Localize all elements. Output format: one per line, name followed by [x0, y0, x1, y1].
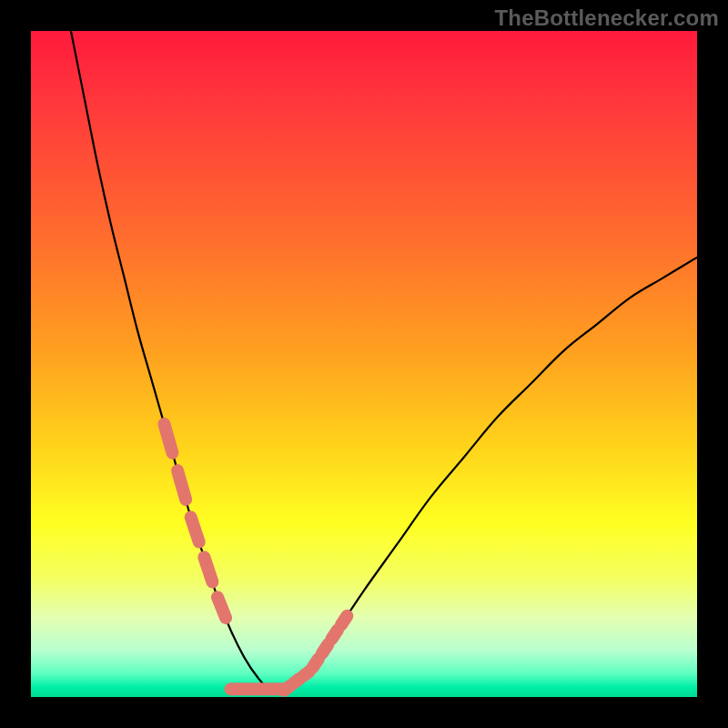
highlight-dash-left — [177, 470, 186, 500]
chart-stage: TheBottlenecker.com — [0, 0, 728, 728]
highlight-dash-right — [331, 630, 337, 639]
highlight-dash-right — [313, 659, 318, 668]
highlight-dash-left — [204, 557, 212, 581]
highlight-dash-left — [164, 424, 172, 453]
highlight-dash-right — [322, 644, 328, 653]
bottleneck-chart — [0, 0, 728, 728]
highlight-dash-right — [341, 616, 347, 625]
highlight-dash-left — [217, 597, 226, 618]
plot-background — [31, 31, 697, 697]
watermark-text: TheBottlenecker.com — [494, 5, 719, 31]
highlight-dash-left — [191, 517, 199, 541]
highlight-dash-right — [303, 672, 308, 676]
